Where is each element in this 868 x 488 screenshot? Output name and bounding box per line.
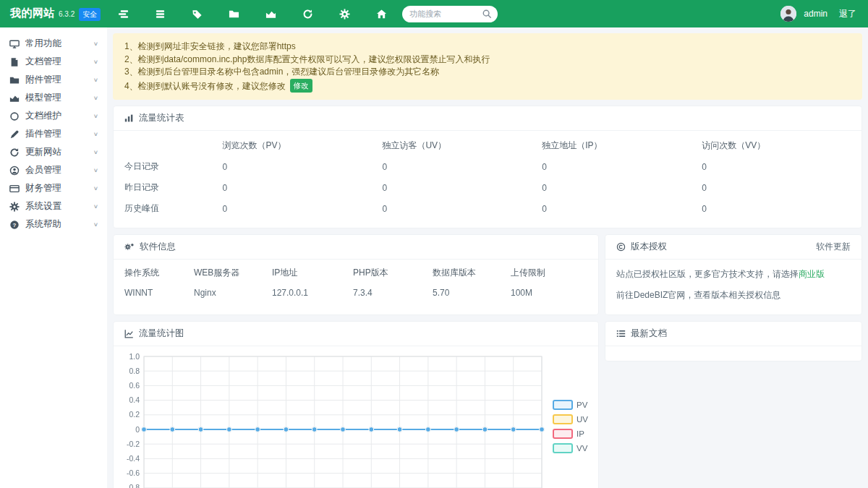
- software-info-grid: 操作系统 WEB服务器 IP地址 PHP版本 数据库版本 上传限制 WINNT …: [124, 264, 587, 298]
- svg-text:0.8: 0.8: [129, 367, 140, 375]
- sidebar-item-members[interactable]: 会员管理 ∨: [0, 161, 107, 179]
- software-update-link[interactable]: 软件更新: [816, 241, 851, 253]
- user-icon: [9, 165, 20, 176]
- sidebar-item-label: 文档维护: [25, 110, 93, 122]
- pen-icon: [9, 129, 20, 140]
- chevron-down-icon: ∨: [93, 221, 98, 228]
- chart-area-icon[interactable]: [260, 5, 281, 22]
- commercial-link[interactable]: 商业版: [799, 269, 825, 279]
- panel-title: 软件信息: [140, 241, 176, 253]
- chevron-down-icon: ∨: [93, 131, 98, 137]
- list-icon: [616, 329, 626, 338]
- svg-text:0.4: 0.4: [129, 395, 140, 404]
- cogs-icon: [124, 242, 135, 252]
- sidebar-item-documents[interactable]: 文档管理 ∨: [0, 53, 107, 71]
- stream-icon[interactable]: [112, 5, 134, 22]
- svg-text:VV: VV: [576, 444, 588, 453]
- refresh-icon[interactable]: [297, 5, 318, 22]
- sidebar-item-label: 模型管理: [25, 92, 93, 104]
- panel-title: 流量统计表: [139, 112, 184, 124]
- traffic-line-chart: -1.0-0.8-0.6-0.4-0.200.20.40.60.81.005-2…: [116, 349, 588, 488]
- chevron-down-icon: ∨: [93, 149, 98, 155]
- top-nav-icons: [112, 5, 392, 22]
- alert-line: 1、检测到网址非安全链接，建议您部署https: [124, 40, 851, 53]
- license-line: 前往DedeBIZ官网，查看版本相关授权信息: [616, 285, 851, 306]
- question-icon: ?: [9, 219, 20, 230]
- sidebar-item-label: 系统帮助: [25, 218, 93, 231]
- gear-icon[interactable]: [333, 5, 355, 22]
- sidebar-item-settings[interactable]: 系统设置 ∨: [0, 197, 107, 215]
- alert-line: 2、检测到data/common.inc.php数据库配置文件权限可以写入，建议…: [124, 53, 851, 67]
- field-label: PHP版本: [353, 267, 433, 279]
- version-label: 6.3.2: [59, 10, 75, 18]
- username-label[interactable]: admin: [804, 9, 827, 19]
- chevron-down-icon: ∨: [93, 77, 98, 83]
- column-header: 浏览次数（PV）: [223, 135, 383, 156]
- svg-text:0.6: 0.6: [129, 381, 140, 390]
- sidebar-item-common[interactable]: 常用功能 ∨: [0, 35, 107, 53]
- field-value: 7.3.4: [353, 288, 433, 298]
- svg-text:UV: UV: [576, 415, 588, 424]
- field-value: 100M: [511, 288, 587, 298]
- refresh-icon: [9, 147, 20, 158]
- svg-text:?: ?: [12, 221, 16, 228]
- logout-link[interactable]: 退了: [839, 8, 856, 20]
- column-header: 独立访客（UV）: [382, 135, 542, 156]
- svg-text:0: 0: [135, 425, 140, 434]
- sidebar-item-help[interactable]: ? 系统帮助 ∨: [0, 215, 107, 234]
- sidebar-item-label: 插件管理: [25, 128, 93, 140]
- top-bar: 我的网站 6.3.2 安全: [0, 0, 868, 27]
- license-panel: 版本授权 软件更新 站点已授权社区版，更多官方技术支持，请选择商业版 前往Ded…: [605, 234, 862, 315]
- security-badge: 安全: [79, 8, 101, 21]
- brand[interactable]: 我的网站 6.3.2 安全: [0, 7, 111, 21]
- sidebar-item-label: 更新网站: [25, 146, 93, 158]
- bars-icon[interactable]: [149, 5, 171, 22]
- table-row: 历史峰值 0 0 0 0: [124, 198, 851, 219]
- latest-docs-panel: 最新文档: [605, 321, 862, 361]
- field-label: WEB服务器: [194, 267, 272, 279]
- sidebar-item-label: 文档管理: [25, 56, 93, 68]
- chevron-down-icon: ∨: [93, 113, 98, 119]
- field-value: Nginx: [194, 288, 272, 298]
- field-value: 127.0.0.1: [272, 288, 353, 298]
- sidebar-item-maintenance[interactable]: 文档维护 ∨: [0, 107, 107, 125]
- software-info-panel: 软件信息 操作系统 WEB服务器 IP地址 PHP版本 数据库版本 上传限制 W…: [113, 234, 599, 315]
- svg-text:-0.4: -0.4: [127, 454, 140, 463]
- sidebar-item-update-site[interactable]: 更新网站 ∨: [0, 143, 107, 161]
- latest-docs-empty: [605, 346, 861, 361]
- panel-title: 版本授权: [631, 241, 667, 253]
- sidebar-item-label: 财务管理: [25, 182, 93, 194]
- sidebar-item-plugins[interactable]: 插件管理 ∨: [0, 125, 107, 143]
- chevron-down-icon: ∨: [93, 40, 98, 47]
- security-alerts: 1、检测到网址非安全链接，建议您部署https 2、检测到data/common…: [113, 33, 862, 100]
- chevron-down-icon: ∨: [93, 167, 98, 174]
- search-icon[interactable]: [482, 9, 492, 22]
- avatar[interactable]: [780, 6, 796, 22]
- svg-text:0.2: 0.2: [129, 410, 140, 419]
- modify-button[interactable]: 修改: [290, 79, 312, 93]
- column-header: 独立地址（IP）: [542, 135, 702, 156]
- column-header: 访问次数（VV）: [702, 135, 851, 156]
- tag-icon[interactable]: [186, 5, 208, 22]
- folder-icon[interactable]: [223, 5, 244, 22]
- site-title: 我的网站: [10, 7, 55, 20]
- field-value: 5.70: [433, 288, 511, 298]
- line-chart-icon: [124, 329, 134, 338]
- svg-text:-0.2: -0.2: [127, 440, 140, 448]
- home-icon[interactable]: [370, 5, 392, 22]
- alert-line: 4、检测到默认账号没有修改，建议您修改修改: [124, 79, 851, 93]
- table-row: 昨日记录 0 0 0 0: [124, 177, 851, 198]
- folder-icon: [9, 74, 20, 85]
- monitor-icon: [9, 38, 20, 49]
- sidebar-item-models[interactable]: 模型管理 ∨: [0, 89, 107, 107]
- field-label: 数据库版本: [433, 267, 511, 279]
- chevron-down-icon: ∨: [93, 185, 98, 192]
- sidebar-item-attachments[interactable]: 附件管理 ∨: [0, 71, 107, 89]
- field-value: WINNT: [124, 288, 194, 298]
- sidebar-item-finance[interactable]: 财务管理 ∨: [0, 179, 107, 197]
- chart-icon: [9, 93, 20, 103]
- copyright-icon: [616, 242, 626, 252]
- circle-icon: [9, 111, 20, 121]
- field-label: IP地址: [272, 267, 353, 279]
- license-line: 站点已授权社区版，更多官方技术支持，请选择商业版: [616, 264, 851, 285]
